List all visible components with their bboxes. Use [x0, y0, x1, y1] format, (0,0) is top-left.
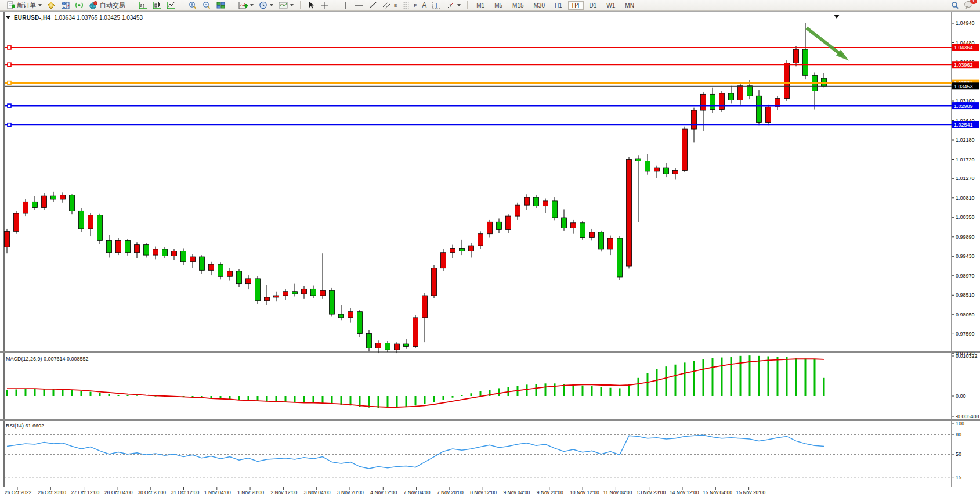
- indicators-button[interactable]: [237, 1, 255, 10]
- timeframe-d1[interactable]: D1: [585, 1, 601, 10]
- candle: [348, 312, 353, 318]
- svg-text:1 Nov 20:00: 1 Nov 20:00: [237, 490, 264, 495]
- candle: [302, 289, 307, 294]
- hline-handle[interactable]: [8, 63, 11, 66]
- candle: [274, 296, 279, 297]
- cursor-tool-button[interactable]: [305, 1, 317, 10]
- periods-button[interactable]: [257, 1, 275, 10]
- toolbar-separator: [467, 1, 468, 9]
- candle: [441, 253, 446, 268]
- fibonacci-tool-button[interactable]: F: [400, 1, 418, 10]
- timeframe-h4[interactable]: H4: [568, 1, 584, 10]
- candle: [395, 344, 400, 350]
- candle: [14, 213, 19, 231]
- new-order-icon: [6, 1, 15, 9]
- timeframe-m30[interactable]: M30: [530, 1, 549, 10]
- channel-tool-button[interactable]: E: [381, 1, 399, 10]
- svg-text:1.00810: 1.00810: [956, 195, 975, 201]
- svg-text:1.03453: 1.03453: [954, 84, 973, 89]
- hline-handle[interactable]: [8, 123, 11, 127]
- candle: [552, 201, 558, 218]
- svg-text:0.98050: 0.98050: [956, 312, 975, 318]
- svg-text:0.98510: 0.98510: [956, 292, 975, 298]
- zoom-out-button[interactable]: [201, 1, 213, 10]
- candle: [497, 222, 502, 229]
- candle: [181, 251, 186, 262]
- svg-text:-0.005408: -0.005408: [956, 413, 979, 419]
- new-order-caret-icon: [38, 4, 42, 6]
- timeframe-m15[interactable]: M15: [508, 1, 527, 10]
- bar-chart-mode-button[interactable]: [137, 1, 149, 10]
- timeframe-mn[interactable]: MN: [621, 1, 638, 10]
- svg-text:0.99890: 0.99890: [956, 234, 975, 240]
- timeframe-w1[interactable]: W1: [602, 1, 619, 10]
- pane-separator[interactable]: [0, 351, 980, 353]
- fibo-glyph: F: [414, 3, 417, 8]
- clock-icon: [259, 1, 267, 9]
- timeframe-group: M1M5M15M30H1H4D1W1MN: [470, 0, 641, 10]
- pane-separator[interactable]: [0, 419, 980, 421]
- tile-windows-button[interactable]: [215, 1, 227, 10]
- crosshair-icon: [320, 1, 328, 9]
- hline-handle[interactable]: [8, 46, 11, 49]
- svg-text:26 Oct 20:00: 26 Oct 20:00: [38, 490, 66, 495]
- label-tool-button[interactable]: T: [430, 1, 443, 10]
- candle: [627, 160, 632, 267]
- horizontal-line-icon: [354, 1, 363, 9]
- price-chart-canvas[interactable]: 1.049401.044801.040201.035601.031001.026…: [0, 11, 980, 500]
- candle: [432, 268, 437, 296]
- auto-trading-button[interactable]: 自动交易: [87, 1, 127, 10]
- cursor-icon: [307, 1, 315, 9]
- svg-text:9 Nov 04:00: 9 Nov 04:00: [504, 490, 530, 495]
- crayon-tool-button[interactable]: [45, 1, 57, 10]
- candle: [692, 110, 697, 129]
- svg-text:30 Oct 23:00: 30 Oct 23:00: [138, 490, 166, 495]
- candlestick-icon: [153, 1, 161, 9]
- trendline-tool-button[interactable]: [367, 1, 379, 10]
- signals-button[interactable]: [73, 1, 85, 10]
- horizontal-line-tool-button[interactable]: [352, 1, 365, 10]
- candle: [757, 96, 762, 122]
- crosshair-tool-button[interactable]: [319, 1, 330, 10]
- svg-text:10 Nov 12:00: 10 Nov 12:00: [570, 490, 599, 495]
- text-tool-button[interactable]: A: [420, 1, 428, 10]
- shapes-tool-button[interactable]: [444, 1, 462, 10]
- chart-window[interactable]: 1.049401.044801.040201.035601.031001.026…: [0, 11, 980, 500]
- candle: [710, 94, 715, 109]
- line-chart-mode-button[interactable]: [165, 1, 177, 10]
- zoom-in-button[interactable]: [187, 1, 199, 10]
- candle: [803, 49, 808, 75]
- candle: [292, 292, 298, 294]
- candle: [283, 292, 288, 296]
- shapes-caret-icon: [457, 4, 461, 6]
- timeframe-m5[interactable]: M5: [490, 1, 507, 10]
- candle: [200, 257, 205, 270]
- candle: [311, 289, 316, 296]
- candle: [42, 196, 47, 207]
- templates-button[interactable]: [277, 1, 295, 10]
- new-order-button[interactable]: 新订单: [5, 1, 44, 10]
- indicators-caret-icon: [250, 4, 254, 6]
- candle: [682, 129, 688, 170]
- svg-text:1.02541: 1.02541: [954, 122, 973, 128]
- symbol-dropdown-icon[interactable]: [6, 16, 10, 19]
- toolbar-separator: [182, 1, 182, 9]
- template-icon: [279, 1, 288, 9]
- search-icon[interactable]: [951, 1, 959, 9]
- timeframe-m1[interactable]: M1: [472, 1, 489, 10]
- svg-text:50: 50: [956, 451, 961, 457]
- depth-of-market-button[interactable]: [59, 1, 71, 10]
- svg-text:0.00: 0.00: [956, 393, 966, 399]
- notifications-button[interactable]: 1: [964, 1, 973, 10]
- hline-handle[interactable]: [8, 81, 11, 85]
- hline-handle[interactable]: [8, 104, 11, 107]
- auto-trading-label: 自动交易: [100, 1, 125, 10]
- channel-glyph: E: [394, 3, 397, 8]
- vertical-line-tool-button[interactable]: [340, 1, 350, 10]
- candle: [144, 245, 149, 255]
- svg-text:26 Oct 2022: 26 Oct 2022: [5, 490, 32, 495]
- timeframe-h1[interactable]: H1: [551, 1, 566, 10]
- candlestick-mode-button[interactable]: [151, 1, 163, 10]
- label-icon: T: [432, 1, 441, 9]
- svg-text:7 Nov 20:00: 7 Nov 20:00: [437, 490, 464, 495]
